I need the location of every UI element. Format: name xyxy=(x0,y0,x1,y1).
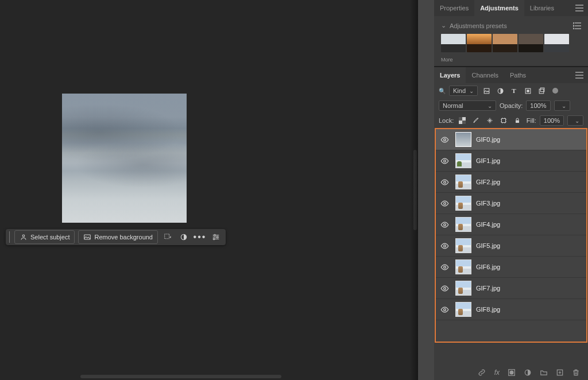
layers-panel: Layers Channels Paths 🔍 Kind T Normal Op… xyxy=(434,67,588,380)
layers-menu-icon[interactable] xyxy=(571,72,588,79)
svg-point-28 xyxy=(444,287,446,289)
delete-layer-icon[interactable] xyxy=(572,369,580,377)
layer-name[interactable]: GIF0.jpg xyxy=(476,136,500,143)
sliders-icon[interactable] xyxy=(210,232,222,242)
canvas-image[interactable] xyxy=(62,94,187,223)
tab-adjustments[interactable]: Adjustments xyxy=(474,0,524,16)
remove-background-button[interactable]: Remove background xyxy=(78,230,158,244)
layer-row[interactable]: GIF4.jpg xyxy=(436,214,586,235)
layer-row[interactable]: GIF3.jpg xyxy=(436,193,586,214)
fill-value[interactable]: 100% xyxy=(540,115,564,126)
tab-layers[interactable]: Layers xyxy=(434,67,466,83)
select-subject-button[interactable]: Select subject xyxy=(14,230,75,244)
visibility-eye-icon[interactable] xyxy=(440,135,451,144)
blend-mode-dropdown[interactable]: Normal xyxy=(439,100,496,111)
visibility-eye-icon[interactable] xyxy=(440,178,451,187)
layer-row[interactable]: GIF2.jpg xyxy=(436,172,586,193)
layer-list[interactable]: GIF0.jpgGIF1.jpgGIF2.jpgGIF3.jpgGIF4.jpg… xyxy=(435,128,587,343)
visibility-eye-icon[interactable] xyxy=(440,284,451,293)
canvas-workspace[interactable]: Select subject Remove background ••• xyxy=(0,0,418,380)
adjustment-preset[interactable] xyxy=(519,34,543,52)
layer-row[interactable]: GIF0.jpg xyxy=(436,129,586,150)
tab-libraries[interactable]: Libraries xyxy=(524,0,560,16)
layer-thumbnail[interactable] xyxy=(455,259,471,274)
layer-mask-icon[interactable] xyxy=(508,369,516,377)
adjustment-presets-row xyxy=(441,34,581,52)
adjustment-circle-icon[interactable] xyxy=(177,232,190,242)
filter-type-icon[interactable]: T xyxy=(509,86,519,96)
layer-name[interactable]: GIF6.jpg xyxy=(476,263,500,270)
svg-point-24 xyxy=(444,202,446,204)
layer-thumbnail[interactable] xyxy=(455,196,471,211)
layers-panel-tabs: Layers Channels Paths xyxy=(434,67,588,83)
layer-name[interactable]: GIF1.jpg xyxy=(476,157,500,164)
layer-name[interactable]: GIF8.jpg xyxy=(476,306,500,313)
panel-menu-icon[interactable] xyxy=(571,5,588,11)
lock-artboard-icon[interactable] xyxy=(498,115,509,126)
adjustment-preset[interactable] xyxy=(467,34,492,52)
layer-row[interactable]: GIF8.jpg xyxy=(436,299,586,320)
visibility-eye-icon[interactable] xyxy=(440,220,451,229)
filter-shape-icon[interactable] xyxy=(523,86,533,96)
svg-rect-10 xyxy=(484,88,489,94)
tab-channels[interactable]: Channels xyxy=(466,67,504,83)
visibility-eye-icon[interactable] xyxy=(440,157,451,165)
layer-thumbnail[interactable] xyxy=(455,281,471,296)
fill-dropdown[interactable] xyxy=(567,115,583,126)
visibility-eye-icon[interactable] xyxy=(440,242,451,250)
layer-name[interactable]: GIF2.jpg xyxy=(476,179,500,185)
layer-thumbnail[interactable] xyxy=(455,217,471,232)
workspace-hscrollbar[interactable] xyxy=(80,375,281,378)
link-layers-icon[interactable] xyxy=(477,369,486,377)
filter-smart-icon[interactable] xyxy=(536,86,547,96)
opacity-value[interactable]: 100% xyxy=(526,100,550,111)
select-subject-label: Select subject xyxy=(30,234,69,241)
layer-fx-icon[interactable]: fx xyxy=(494,369,500,377)
layer-filter-row: 🔍 Kind T xyxy=(434,83,588,98)
layer-thumbnail[interactable] xyxy=(455,302,471,317)
opacity-dropdown[interactable] xyxy=(554,100,570,111)
layer-name[interactable]: GIF3.jpg xyxy=(476,200,500,207)
filter-adjust-icon[interactable] xyxy=(495,86,505,96)
new-adjustment-layer-icon[interactable] xyxy=(524,369,532,377)
fill-label: Fill: xyxy=(527,117,536,124)
adjustment-preset[interactable] xyxy=(493,34,517,52)
adjustments-presets-toggle[interactable]: ⌄ Adjustments presets xyxy=(441,22,581,29)
layer-row[interactable]: GIF6.jpg xyxy=(436,257,586,278)
svg-point-4 xyxy=(214,234,216,236)
layer-name[interactable]: GIF7.jpg xyxy=(476,285,500,292)
layer-thumbnail[interactable] xyxy=(455,132,471,147)
layer-row[interactable]: GIF7.jpg xyxy=(436,278,586,299)
layer-thumbnail[interactable] xyxy=(455,153,471,168)
adjustment-preset[interactable] xyxy=(441,34,466,52)
layer-row[interactable]: GIF1.jpg xyxy=(436,150,586,172)
filter-toggle[interactable] xyxy=(550,86,560,96)
layer-thumbnail[interactable] xyxy=(455,238,471,253)
svg-rect-17 xyxy=(459,117,462,121)
new-layer-icon[interactable] xyxy=(556,369,564,377)
lock-position-icon[interactable] xyxy=(485,115,495,126)
tab-paths[interactable]: Paths xyxy=(504,67,532,83)
dock-strip[interactable] xyxy=(418,0,434,380)
preset-list-icon[interactable] xyxy=(573,22,581,29)
layer-filter-kind[interactable]: Kind xyxy=(449,86,478,96)
layer-name[interactable]: GIF5.jpg xyxy=(476,242,500,249)
toolbar-grip[interactable] xyxy=(9,231,10,243)
new-group-icon[interactable] xyxy=(540,369,548,377)
visibility-eye-icon[interactable] xyxy=(440,305,451,314)
adjustments-more[interactable]: More xyxy=(441,57,581,63)
layer-name[interactable]: GIF4.jpg xyxy=(476,221,500,228)
visibility-eye-icon[interactable] xyxy=(440,199,451,208)
layer-thumbnail[interactable] xyxy=(455,175,471,189)
magic-select-icon[interactable] xyxy=(161,232,174,242)
lock-all-icon[interactable] xyxy=(512,115,523,126)
more-dots-icon[interactable]: ••• xyxy=(194,232,206,242)
filter-pixel-icon[interactable] xyxy=(481,86,492,96)
layer-lock-row: Lock: Fill: 100% xyxy=(434,113,588,128)
tab-properties[interactable]: Properties xyxy=(434,0,474,16)
layer-row[interactable]: GIF5.jpg xyxy=(436,235,586,257)
visibility-eye-icon[interactable] xyxy=(440,263,451,272)
lock-paint-icon[interactable] xyxy=(471,115,481,126)
lock-transparent-icon[interactable] xyxy=(457,115,467,126)
adjustment-preset[interactable] xyxy=(544,34,569,52)
